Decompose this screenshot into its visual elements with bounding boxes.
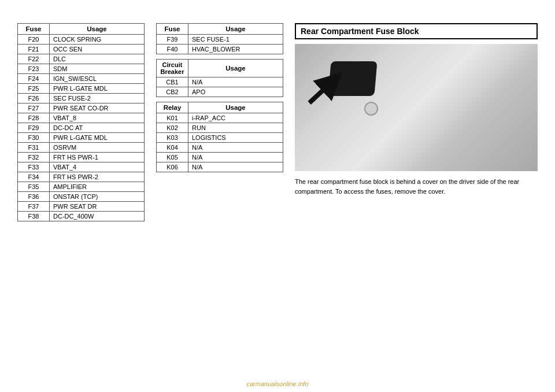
fuse-id: F20: [18, 35, 50, 45]
relay-id: K05: [157, 153, 188, 162]
fuse-id: F28: [18, 113, 50, 123]
fuse-id: F32: [18, 153, 50, 162]
fuse-id: F36: [18, 192, 50, 202]
table-row: K06N/A: [157, 162, 283, 172]
cb-id: CB2: [157, 87, 188, 97]
fuse-id: F26: [18, 94, 50, 103]
fuse-usage: DLC: [50, 54, 145, 64]
cb-col2-header: Usage: [188, 60, 283, 77]
fuse-usage: SEC FUSE-1: [188, 35, 283, 45]
fuse-id: F35: [18, 182, 50, 192]
relay-col2-header: Usage: [188, 102, 283, 113]
fuse-id: F29: [18, 123, 50, 133]
arrow-icon: [306, 73, 341, 108]
fuse-id: F34: [18, 172, 50, 182]
table-row: F36ONSTAR (TCP): [18, 192, 145, 202]
fuse-usage: PWR SEAT DR: [50, 202, 145, 212]
image-caption: The rear compartment fuse block is behin…: [295, 177, 538, 196]
relay-id: K03: [157, 133, 188, 143]
relay-id: K01: [157, 113, 188, 123]
cb-usage: N/A: [188, 77, 283, 87]
relay-usage: RUN: [188, 123, 283, 133]
circuit-breaker-table: Circuit Breaker Usage CB1N/ACB2APO: [156, 59, 283, 97]
fuse-usage: OSRVM: [50, 143, 145, 153]
table-row: F21OCC SEN: [18, 45, 145, 54]
relay-id: K06: [157, 162, 188, 172]
svg-line-1: [309, 82, 332, 103]
relay-id: K02: [157, 123, 188, 133]
middle-fuse-table: Fuse Usage F39SEC FUSE-1F40HVAC_BLOWER: [156, 23, 283, 54]
table-row: F30PWR L-GATE MDL: [18, 133, 145, 143]
relay-usage: N/A: [188, 153, 283, 162]
fuse-usage: ONSTAR (TCP): [50, 192, 145, 202]
table-row: F26SEC FUSE-2: [18, 94, 145, 103]
fuse-usage: SDM: [50, 64, 145, 74]
fuse-id: F38: [18, 212, 50, 221]
table-row: F29DC-DC AT: [18, 123, 145, 133]
fuse-id: F39: [157, 35, 188, 45]
cb-col1-header: Circuit Breaker: [157, 60, 188, 77]
fuse-id: F33: [18, 162, 50, 172]
fuse-id: F31: [18, 143, 50, 153]
fuse-id: F24: [18, 74, 50, 84]
middle-fuse-col2-header: Usage: [188, 24, 283, 35]
watermark: carmanualsonline.info: [246, 380, 308, 387]
relay-table: Relay Usage K01i-RAP_ACCK02RUNK03LOGISTI…: [156, 102, 283, 172]
fuse-usage: PWR L-GATE MDL: [50, 133, 145, 143]
table-row: K02RUN: [157, 123, 283, 133]
table-row: F31OSRVM: [18, 143, 145, 153]
fuse-usage: CLOCK SPRING: [50, 35, 145, 45]
fuse-usage: VBAT_4: [50, 162, 145, 172]
fuse-usage: VBAT_8: [50, 113, 145, 123]
fuse-id: F37: [18, 202, 50, 212]
relay-id: K04: [157, 143, 188, 153]
cb-usage: APO: [188, 87, 283, 97]
fuse-block-image: [295, 44, 538, 171]
fuse-usage: FRT HS PWR-2: [50, 172, 145, 182]
table-row: F34FRT HS PWR-2: [18, 172, 145, 182]
right-section: Rear Compartment Fuse Block The rear com…: [295, 23, 538, 369]
table-row: F23SDM: [18, 64, 145, 74]
table-row: F27PWR SEAT CO-DR: [18, 103, 145, 113]
table-row: F20CLOCK SPRING: [18, 35, 145, 45]
table-row: CB1N/A: [157, 77, 283, 87]
table-row: K03LOGISTICS: [157, 133, 283, 143]
fuse-usage: PWR L-GATE MDL: [50, 84, 145, 94]
middle-section: Fuse Usage F39SEC FUSE-1F40HVAC_BLOWER C…: [156, 23, 283, 369]
fuse-id: F21: [18, 45, 50, 54]
left-fuse-table: Fuse Usage F20CLOCK SPRINGF21OCC SENF22D…: [17, 23, 145, 221]
fuse-id: F25: [18, 84, 50, 94]
table-row: F28VBAT_8: [18, 113, 145, 123]
table-row: F35AMPLIFIER: [18, 182, 145, 192]
relay-usage: i-RAP_ACC: [188, 113, 283, 123]
fuse-usage: IGN_SW/ESCL: [50, 74, 145, 84]
table-row: CB2APO: [157, 87, 283, 97]
relay-usage: N/A: [188, 143, 283, 153]
fuse-usage: OCC SEN: [50, 45, 145, 54]
fuse-id: F27: [18, 103, 50, 113]
table-row: K01i-RAP_ACC: [157, 113, 283, 123]
fuse-usage: AMPLIFIER: [50, 182, 145, 192]
fuse-id: F30: [18, 133, 50, 143]
fuse-id: F22: [18, 54, 50, 64]
middle-fuse-col1-header: Fuse: [157, 24, 188, 35]
table-row: K04N/A: [157, 143, 283, 153]
relay-usage: N/A: [188, 162, 283, 172]
table-row: F24IGN_SW/ESCL: [18, 74, 145, 84]
cb-id: CB1: [157, 77, 188, 87]
fuse-usage: DC-DC AT: [50, 123, 145, 133]
left-fuse-col2-header: Usage: [50, 24, 145, 35]
table-row: F32FRT HS PWR-1: [18, 153, 145, 162]
fuse-usage: PWR SEAT CO-DR: [50, 103, 145, 113]
fuse-usage: SEC FUSE-2: [50, 94, 145, 103]
relay-usage: LOGISTICS: [188, 133, 283, 143]
table-row: K05N/A: [157, 153, 283, 162]
fuse-id: F40: [157, 45, 188, 54]
fuse-usage: HVAC_BLOWER: [188, 45, 283, 54]
fuse-usage: DC-DC_400W: [50, 212, 145, 221]
table-row: F33VBAT_4: [18, 162, 145, 172]
table-row: F22DLC: [18, 54, 145, 64]
fuse-usage: FRT HS PWR-1: [50, 153, 145, 162]
fuse-id: F23: [18, 64, 50, 74]
table-row: F40HVAC_BLOWER: [157, 45, 283, 54]
